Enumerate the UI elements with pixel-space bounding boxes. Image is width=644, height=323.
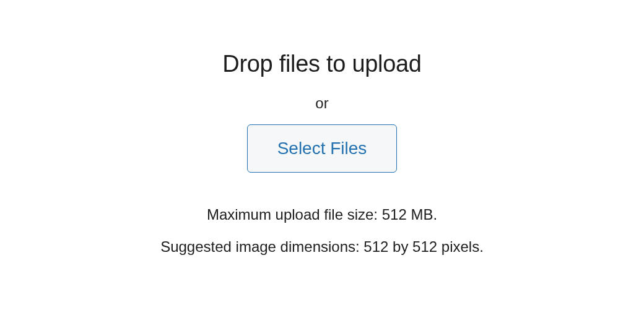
suggested-dimensions-text: Suggested image dimensions: 512 by 512 p…	[160, 238, 484, 256]
or-separator: or	[315, 95, 328, 112]
select-files-button[interactable]: Select Files	[247, 124, 398, 173]
upload-info: Maximum upload file size: 512 MB. Sugges…	[160, 206, 484, 256]
upload-heading: Drop files to upload	[222, 51, 421, 77]
max-upload-size-text: Maximum upload file size: 512 MB.	[207, 206, 437, 223]
